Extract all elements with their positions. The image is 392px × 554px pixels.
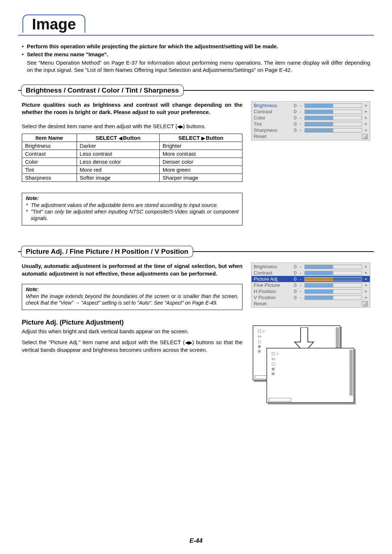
- table-header-right: SELECT ▶ Button: [159, 134, 242, 142]
- section-2-lead: Usually, automatic adjustment is perform…: [22, 262, 242, 277]
- page-number: E-44: [0, 537, 392, 545]
- osd-item-reset: Reset: [252, 133, 370, 139]
- section-2-title: Picture Adj. / Fine Picture / H Position…: [21, 246, 193, 257]
- picture-adj-p2: Select the "Picture Adj." item name and …: [22, 339, 242, 354]
- table-row: SharpnessSofter imageSharper image: [22, 174, 242, 182]
- osd-item-color: Color 0 -+: [252, 115, 370, 121]
- manual-page: Image • Perform this operation while pro…: [0, 0, 392, 554]
- table-header-item: Item Name: [22, 134, 77, 142]
- osd-item-reset: Reset: [252, 301, 370, 307]
- picture-adj-p1: Adjust this when bright and dark vertica…: [22, 328, 242, 335]
- intro-bullet-2: • Select the menu name "Image".: [22, 51, 370, 58]
- section-1-note: Note: *The adjustment values of the adju…: [22, 193, 242, 226]
- osd-item-h-position: H Position 0 -+: [252, 288, 370, 294]
- intro-block: • Perform this operation while projectin…: [22, 43, 370, 74]
- section-1-title: Brightness / Contrast / Color / Tint / S…: [21, 85, 184, 96]
- reset-icon: [362, 134, 368, 139]
- section-2-header: Picture Adj. / Fine Picture / H Position…: [18, 246, 374, 257]
- reset-icon: [362, 301, 368, 306]
- table-row: ColorLess dense colorDenser color: [22, 158, 242, 166]
- picture-adj-diagram: ☐ ○▭▢⊕⊖ ☐ ○▭▢⊕⊖: [251, 325, 356, 405]
- note-title: Note:: [26, 195, 238, 201]
- page-title: Image: [23, 15, 85, 33]
- osd-item-sharpness: Sharpness 0 -+: [252, 127, 370, 133]
- osd-item-fine-picture: Fine Picture 0 -+: [252, 282, 370, 288]
- osd-menu-2: Brightness 0 -+ Contrast 0 -+ Picture Ad…: [251, 262, 370, 308]
- picture-adj-heading: Picture Adj. (Picture Adjustment): [22, 319, 242, 326]
- table-row: TintMore redMore green: [22, 166, 242, 174]
- osd-item-tint: Tint 0 -+: [252, 121, 370, 127]
- table-row: BrightnessDarkerBrighter: [22, 142, 242, 150]
- left-right-arrows-icon: ◀▶: [177, 124, 183, 129]
- left-right-arrows-icon: ◀▶: [185, 340, 192, 345]
- intro-bullet-1: • Perform this operation while projectin…: [22, 43, 370, 50]
- section-1-header: Brightness / Contrast / Color / Tint / S…: [18, 85, 374, 96]
- section-1-columns: Picture qualities such as brightness and…: [22, 101, 370, 225]
- intro-detail: See "Menu Operation Method" on Page E-37…: [27, 59, 370, 74]
- adjustment-table: Item Name SELECT ◀ Button SELECT ▶ Butto…: [22, 134, 242, 182]
- osd-item-contrast: Contrast 0 -+: [252, 109, 370, 115]
- osd-item-brightness: Brightness 0 -+: [252, 102, 370, 109]
- section-2-note: Note: When the image extends beyond the …: [22, 284, 242, 310]
- osd-item-contrast: Contrast 0 -+: [252, 270, 370, 276]
- osd-item-brightness: Brightness 0 -+: [252, 264, 370, 270]
- osd-item-v-position: V Position 0 -+: [252, 294, 370, 301]
- note-title: Note:: [26, 286, 238, 292]
- section-1-instruction: Select the desired item name and then ad…: [22, 123, 242, 130]
- table-header-left: SELECT ◀ Button: [77, 134, 159, 142]
- page-title-wrap: Image: [18, 15, 374, 36]
- osd-menu-1: Brightness 0 -+ Contrast 0 -+ Color 0 -+…: [251, 101, 370, 140]
- osd-item-picture-adj: Picture Adj. 0 -+: [252, 276, 370, 282]
- section-2-columns: Usually, automatic adjustment is perform…: [22, 262, 370, 405]
- table-row: ContrastLess contrastMore contrast: [22, 150, 242, 158]
- monitor-after-icon: ☐ ○▭▢⊕⊖: [266, 348, 354, 403]
- section-1-lead: Picture qualities such as brightness and…: [22, 101, 242, 116]
